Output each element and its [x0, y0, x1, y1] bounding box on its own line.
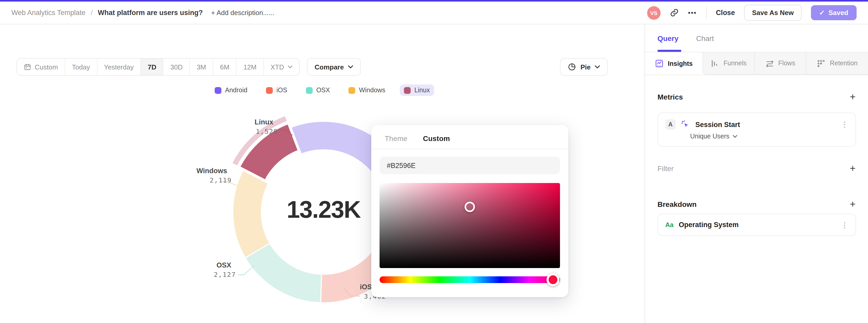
chevron-down-icon	[595, 65, 600, 68]
funnels-icon	[711, 59, 719, 68]
check-icon: ✓	[819, 9, 825, 17]
slice-label-name: Linux	[226, 118, 278, 127]
retention-icon	[817, 59, 826, 68]
legend-item-osx[interactable]: OSX	[302, 85, 334, 96]
slice-label-windows: Windows2,119	[174, 166, 232, 185]
query-sidebar: QueryChart InsightsFunnelsFlowsRetention…	[645, 24, 868, 323]
saved-label: Saved	[828, 9, 848, 17]
flows-icon	[765, 59, 774, 68]
breakdown-property[interactable]: Operating System	[679, 221, 739, 229]
header-divider	[706, 6, 707, 19]
chevron-down-icon	[733, 135, 737, 138]
chart-legend: AndroidiOSOSXWindowsLinux	[0, 85, 645, 96]
app-root: Web Analytics Template / What platform a…	[0, 0, 868, 323]
main-content: 13.23K CustomTodayYesterday7D30D3M6M12MX…	[0, 24, 645, 323]
slice-osx[interactable]	[245, 244, 322, 303]
range-3m[interactable]: 3M	[189, 59, 213, 75]
page-title[interactable]: What platform are users using?	[98, 9, 203, 17]
breadcrumb-separator: /	[91, 9, 93, 17]
range-7d[interactable]: 7D	[141, 59, 163, 75]
breakdown-kebab-icon[interactable]: ⋮	[841, 222, 848, 228]
compare-label: Compare	[315, 63, 344, 71]
slice-label-linux: Linux1,529	[226, 118, 278, 136]
legend-label: iOS	[276, 87, 287, 94]
sidebar-tab-chart[interactable]: Chart	[696, 34, 714, 42]
header: Web Analytics Template / What platform a…	[0, 2, 868, 24]
series-letter-badge: A	[665, 119, 676, 130]
more-menu-icon[interactable]: •••	[688, 9, 696, 17]
chevron-down-icon	[288, 65, 292, 68]
legend-label: Windows	[359, 87, 385, 94]
breakdown-row: Aa Operating System ⋮	[658, 214, 856, 235]
legend-item-android[interactable]: Android	[211, 85, 251, 96]
picker-tab-theme[interactable]: Theme	[385, 134, 407, 142]
breakdown-card[interactable]: Aa Operating System ⋮	[657, 214, 856, 236]
range-6m[interactable]: 6M	[213, 59, 236, 75]
legend-item-windows[interactable]: Windows	[345, 85, 390, 96]
metric-event-name[interactable]: Session Start	[695, 121, 740, 128]
date-range-group: CustomTodayYesterday7D30D3M6M12MXTD	[17, 58, 300, 76]
avatar[interactable]: VS	[647, 6, 660, 20]
property-type-badge: Aa	[665, 221, 674, 228]
legend-swatch	[349, 87, 355, 94]
analysis-type-tabs: InsightsFunnelsFlowsRetention	[645, 52, 868, 75]
metric-card[interactable]: A Session Start ⋮ Unique Users	[657, 112, 856, 147]
metric-row: A Session Start ⋮	[658, 113, 856, 130]
picker-tab-custom[interactable]: Custom	[423, 134, 450, 142]
chevron-down-icon	[348, 65, 353, 68]
subtab-retention[interactable]: Retention	[806, 52, 868, 75]
event-click-icon	[681, 120, 690, 129]
slice-label-value: 2,119	[174, 176, 232, 185]
subtab-flows[interactable]: Flows	[754, 52, 806, 75]
range-custom[interactable]: Custom	[17, 59, 65, 75]
aggregation-select[interactable]: Unique Users	[658, 130, 856, 146]
breadcrumb[interactable]: Web Analytics Template	[11, 9, 86, 17]
sidebar-tab-query[interactable]: Query	[657, 34, 679, 42]
legend-swatch	[404, 87, 411, 94]
metrics-title: Metrics	[657, 93, 683, 101]
hue-slider[interactable]	[379, 276, 560, 283]
subtab-insights[interactable]: Insights	[645, 52, 702, 75]
sidebar-tabs: QueryChart	[645, 24, 868, 52]
slice-label-name: Windows	[174, 166, 232, 176]
legend-item-ios[interactable]: iOS	[262, 85, 291, 96]
add-description-button[interactable]: + Add description......	[211, 9, 274, 17]
close-button[interactable]: Close	[716, 9, 735, 17]
legend-label: Android	[225, 87, 247, 94]
add-breakdown-button[interactable]: +	[850, 199, 856, 209]
chart-type-button[interactable]: Pie	[560, 58, 608, 76]
add-filter-button[interactable]: +	[850, 163, 856, 173]
insights-icon	[655, 59, 664, 68]
active-tab-underline	[657, 50, 681, 52]
range-30d[interactable]: 30D	[163, 59, 189, 75]
legend-swatch	[266, 87, 273, 94]
legend-label: OSX	[316, 87, 330, 94]
add-metric-button[interactable]: +	[850, 92, 856, 102]
header-actions: VS ••• Close Save As New ✓ Saved	[647, 5, 857, 21]
color-picker-cursor[interactable]	[465, 202, 475, 212]
share-link-icon[interactable]	[670, 8, 679, 17]
slice-label-name: OSX	[178, 261, 236, 270]
saved-button[interactable]: ✓ Saved	[811, 5, 857, 20]
save-as-new-button[interactable]: Save As New	[744, 5, 802, 21]
slice-label-value: 1,529	[226, 127, 278, 136]
calendar-icon	[24, 63, 31, 70]
breakdown-header: Breakdown +	[645, 199, 868, 209]
filter-title: Filter	[657, 164, 674, 172]
legend-item-linux[interactable]: Linux	[400, 85, 434, 96]
legend-label: Linux	[414, 87, 430, 94]
range-xtd[interactable]: XTD	[264, 59, 299, 75]
hex-color-input[interactable]: #B2596E	[379, 157, 560, 174]
range-yesterday[interactable]: Yesterday	[97, 59, 141, 75]
metric-kebab-icon[interactable]: ⋮	[841, 121, 848, 128]
saturation-value-area[interactable]	[379, 183, 560, 268]
toolbar: CustomTodayYesterday7D30D3M6M12MXTD Comp…	[17, 58, 645, 76]
slice-label-value: 2,127	[178, 270, 236, 280]
subtab-funnels[interactable]: Funnels	[702, 52, 754, 75]
compare-button[interactable]: Compare	[307, 58, 361, 76]
hue-slider-thumb[interactable]	[547, 273, 559, 286]
range-12m[interactable]: 12M	[236, 59, 264, 75]
metrics-header: Metrics +	[645, 92, 868, 102]
breakdown-title: Breakdown	[657, 200, 696, 208]
range-today[interactable]: Today	[65, 59, 97, 75]
